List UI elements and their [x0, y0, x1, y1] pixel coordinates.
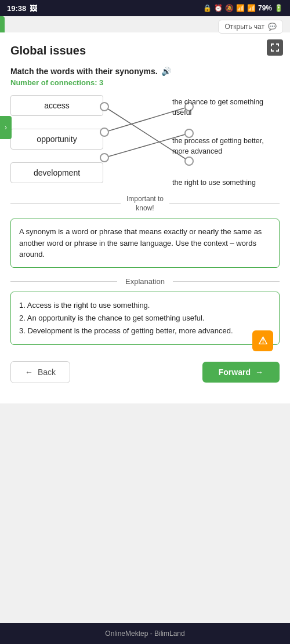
- back-button[interactable]: ← Back: [10, 361, 70, 383]
- page-title: Global issues: [10, 44, 280, 57]
- forward-arrow-icon: →: [255, 368, 263, 377]
- wifi-icon: 📶: [236, 4, 245, 12]
- left-arrow-tab[interactable]: ›: [0, 116, 12, 139]
- divider-right: [169, 203, 280, 204]
- back-button-label: Back: [38, 368, 56, 377]
- expand-icon: [270, 43, 280, 52]
- important-label: Important to know!: [121, 195, 169, 213]
- left-words-column: access opportunity development: [10, 95, 103, 183]
- sound-icon[interactable]: 🔊: [161, 67, 171, 76]
- bottom-bar: OnlineMektep - BilimLand: [0, 623, 290, 644]
- forward-button[interactable]: Forward →: [202, 362, 280, 383]
- status-icons: 🔒 ⏰ 🔕 📶 📶 79% 🔋: [203, 4, 283, 12]
- main-content: Global issues Match the words with their…: [0, 32, 290, 403]
- explanation-section-header: Explanation: [10, 277, 280, 286]
- explanation-line-3: 3. Development is the process of getting…: [19, 325, 271, 337]
- explanation-box: 1. Access is the right to use something.…: [10, 292, 280, 345]
- explanation-label: Explanation: [117, 277, 173, 286]
- svg-point-5: [100, 154, 108, 162]
- alarm-icon: ⏰: [214, 4, 223, 12]
- back-arrow-icon: ←: [25, 368, 33, 377]
- def-right[interactable]: the right to use something: [172, 173, 280, 194]
- mute-icon: 🔕: [225, 4, 234, 12]
- svg-point-3: [100, 103, 108, 111]
- info-text: A synonym is a word or phrase that means…: [19, 227, 262, 259]
- svg-point-4: [100, 128, 108, 136]
- instruction-label: Match the words with their synonyms.: [10, 67, 158, 76]
- word-access[interactable]: access: [10, 95, 103, 116]
- battery-display: 79%: [258, 4, 272, 12]
- instruction-text: Match the words with their synonyms. 🔊: [10, 67, 280, 76]
- explanation-line-2: 2. An opportunity is the chance to get s…: [19, 312, 271, 325]
- navigation-buttons: ← Back Forward →: [10, 361, 280, 389]
- status-time: 19:38 🖼: [7, 4, 37, 13]
- warning-button[interactable]: ⚠: [252, 330, 273, 351]
- matching-area: access opportunity development the chanc…: [10, 95, 280, 188]
- chat-button-label: Открыть чат: [224, 23, 264, 31]
- bottom-bar-text: OnlineMektep - BilimLand: [105, 630, 184, 638]
- info-box: A synonym is a word or phrase that means…: [10, 219, 280, 268]
- def-process[interactable]: the process of getting better, more adva…: [172, 134, 280, 159]
- exp-divider-right: [173, 281, 280, 282]
- exp-divider-left: [10, 281, 117, 282]
- connections-count: Number of connections: 3: [10, 78, 280, 87]
- status-bar: 19:38 🖼 🔒 ⏰ 🔕 📶 📶 79% 🔋: [0, 0, 290, 16]
- warning-icon: ⚠: [258, 332, 267, 350]
- photo-icon: 🖼: [30, 4, 37, 13]
- time-display: 19:38: [7, 4, 26, 13]
- lock-icon: 🔒: [203, 4, 212, 12]
- right-definitions-column: the chance to get something useful the p…: [172, 95, 280, 194]
- def-chance[interactable]: the chance to get something useful: [172, 95, 280, 120]
- important-section-header: Important to know!: [10, 195, 280, 213]
- divider-left: [10, 203, 121, 204]
- battery-icon: 🔋: [274, 4, 283, 12]
- signal-icon: 📶: [247, 4, 256, 12]
- forward-button-label: Forward: [219, 368, 251, 377]
- open-chat-button[interactable]: Открыть чат 💬: [218, 20, 283, 34]
- chat-icon: 💬: [268, 23, 277, 31]
- word-development[interactable]: development: [10, 162, 103, 183]
- word-opportunity[interactable]: opportunity: [10, 129, 103, 150]
- explanation-line-1: 1. Access is the right to use something.: [19, 299, 271, 312]
- expand-button[interactable]: [267, 39, 283, 56]
